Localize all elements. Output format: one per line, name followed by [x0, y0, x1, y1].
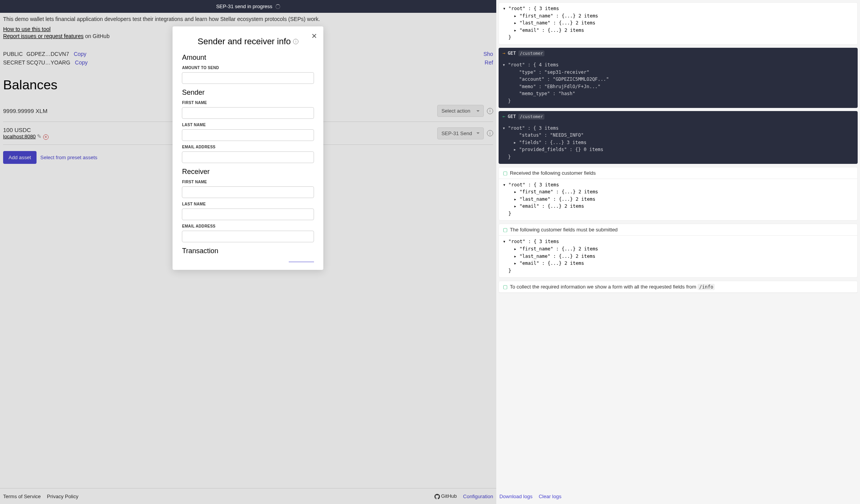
json-line[interactable]: ▾ "root" : { 4 items: [502, 61, 854, 69]
json-line: "memo_type" : "hash": [502, 90, 854, 97]
json-line[interactable]: ▸ "last_name" : {...} 2 items: [503, 253, 853, 260]
status-bar: SEP-31 send in progress: [0, 0, 496, 13]
json-line[interactable]: ▸ "email" : {...} 2 items: [503, 260, 853, 267]
modal-scrim[interactable]: ✕ Sender and receiver info i Amount AMOU…: [0, 13, 496, 504]
clear-logs-link[interactable]: Clear logs: [539, 494, 562, 499]
receiver-last-name-input[interactable]: [182, 209, 314, 220]
log-message: Received the following customer fields: [510, 170, 596, 176]
json-line[interactable]: ▸ "first_name" : {...} 2 items: [503, 188, 853, 196]
modal: ✕ Sender and receiver info i Amount AMOU…: [173, 26, 323, 270]
http-path: /customer: [518, 50, 545, 56]
receiver-email-input[interactable]: [182, 231, 314, 242]
json-line[interactable]: ▸ "fields" : {...} 3 items: [502, 139, 854, 146]
http-path: /customer: [518, 114, 545, 120]
json-line: "account" : "GDPEZIC5MMLO2QF...": [502, 76, 854, 83]
amount-to-send-input[interactable]: [182, 72, 314, 84]
log-card-request: → GET /customer ▾ "root" : { 4 items "ty…: [499, 48, 858, 108]
json-line: }: [502, 97, 854, 105]
json-line: "type" : "sep31-receiver": [502, 69, 854, 76]
message-icon: ▢: [503, 170, 508, 176]
json-line[interactable]: ▸ "email" : {...} 2 items: [503, 27, 853, 34]
info-icon[interactable]: i: [293, 39, 298, 44]
spinner-icon: [276, 4, 280, 9]
log-card-message: ▢ Received the following customer fields…: [499, 167, 858, 221]
sender-last-name-input[interactable]: [182, 129, 314, 141]
log-message: To collect the required information we s…: [510, 284, 715, 290]
json-line[interactable]: ▾ "root" : { 3 items: [502, 125, 854, 132]
json-line[interactable]: ▸ "email" : {...} 2 items: [503, 203, 853, 210]
amount-to-send-label: AMOUNT TO SEND: [182, 66, 314, 70]
json-line[interactable]: ▸ "first_name" : {...} 2 items: [503, 245, 853, 253]
log-card: ▾ "root" : { 3 items ▸ "first_name" : {.…: [499, 2, 858, 45]
receiver-email-label: EMAIL ADDRESS: [182, 224, 314, 228]
json-line[interactable]: ▸ "first_name" : {...} 2 items: [503, 12, 853, 20]
json-line[interactable]: ▾ "root" : { 3 items: [503, 181, 853, 189]
sender-first-name-input[interactable]: [182, 107, 314, 119]
receiver-section: Receiver: [182, 168, 314, 176]
json-line: }: [502, 153, 854, 161]
json-line[interactable]: ▾ "root" : { 3 items: [503, 238, 853, 245]
transaction-section: Transaction: [182, 247, 314, 255]
sender-section: Sender: [182, 89, 314, 97]
log-message: The following customer fields must be su…: [510, 227, 618, 233]
log-card-response: ← GET /customer ▾ "root" : { 3 items "st…: [499, 111, 858, 164]
json-line[interactable]: ▸ "last_name" : {...} 2 items: [503, 196, 853, 203]
log-card-message: ▢ To collect the required information we…: [499, 281, 858, 293]
divider: [289, 259, 314, 262]
json-line[interactable]: ▾ "root" : { 3 items: [503, 5, 853, 12]
json-line[interactable]: ▸ "provided_fields" : {} 0 items: [502, 146, 854, 153]
json-line[interactable]: ▸ "last_name" : {...} 2 items: [503, 19, 853, 27]
receiver-last-name-label: LAST NAME: [182, 202, 314, 206]
log-panel[interactable]: ▾ "root" : { 3 items ▸ "first_name" : {.…: [496, 0, 860, 489]
close-button[interactable]: ✕: [311, 32, 317, 40]
json-line: }: [503, 267, 853, 275]
json-line: }: [503, 34, 853, 41]
arrow-out-icon: →: [502, 50, 505, 56]
http-method: GET: [508, 114, 516, 119]
json-line: "memo" : "EBhrujFdlO/F+Jn...": [502, 83, 854, 90]
download-logs-link[interactable]: Download logs: [499, 494, 532, 499]
message-icon: ▢: [503, 284, 508, 290]
arrow-in-icon: ←: [502, 114, 505, 119]
inline-code: /info: [698, 284, 715, 290]
amount-section: Amount: [182, 54, 314, 62]
http-method: GET: [508, 50, 516, 56]
json-line: }: [503, 210, 853, 217]
log-card-message: ▢ The following customer fields must be …: [499, 224, 858, 278]
receiver-first-name-input[interactable]: [182, 186, 314, 198]
log-footer: Download logs Clear logs: [496, 489, 860, 504]
sender-email-label: EMAIL ADDRESS: [182, 145, 314, 149]
status-text: SEP-31 send in progress: [216, 3, 272, 9]
modal-title: Sender and receiver info i: [182, 36, 314, 47]
receiver-first-name-label: FIRST NAME: [182, 180, 314, 184]
sender-email-input[interactable]: [182, 151, 314, 163]
sender-last-name-label: LAST NAME: [182, 123, 314, 127]
message-icon: ▢: [503, 227, 508, 233]
json-line: "status" : "NEEDS_INFO": [502, 132, 854, 139]
sender-first-name-label: FIRST NAME: [182, 101, 314, 105]
